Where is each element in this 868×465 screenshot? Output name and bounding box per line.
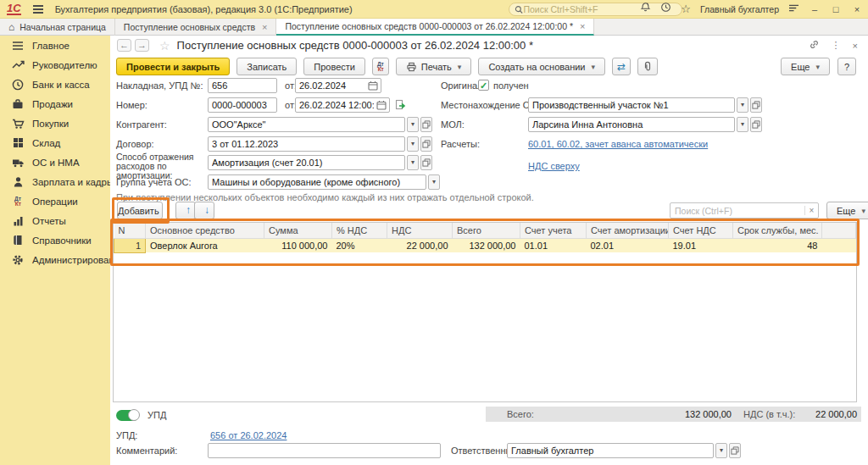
- sidebar-item-manager[interactable]: Руководителю: [0, 55, 110, 75]
- window-close-button[interactable]: ×: [851, 4, 863, 14]
- total-label: Всего:: [507, 407, 534, 422]
- total-value: 132 000,00: [621, 407, 732, 422]
- tab-receipt-document[interactable]: Поступление основных средств 0000-000003…: [276, 19, 594, 36]
- table-search-input[interactable]: [670, 206, 804, 216]
- main-menu-icon[interactable]: [33, 3, 43, 15]
- edo-exchange-icon[interactable]: ⇄: [612, 58, 631, 75]
- upd-label: УПД:: [116, 428, 137, 443]
- tab-close-icon[interactable]: ×: [580, 21, 585, 31]
- dt-kt-postings-button[interactable]: ДтКт: [372, 58, 389, 75]
- responsible-input[interactable]: [507, 443, 714, 458]
- favorite-star-icon[interactable]: ☆: [159, 39, 170, 53]
- attachments-paperclip-icon[interactable]: [637, 58, 658, 75]
- chevron-down-icon[interactable]: ▾: [737, 97, 748, 113]
- original-checkbox[interactable]: ✓: [478, 80, 489, 91]
- tab-close-icon[interactable]: ×: [262, 22, 267, 32]
- gear-icon: [11, 253, 25, 266]
- table-more-button[interactable]: Еще▾: [826, 202, 868, 219]
- invoice-number-input[interactable]: [208, 78, 277, 93]
- open-item-icon[interactable]: [420, 155, 432, 170]
- clear-search-icon[interactable]: ×: [804, 206, 818, 215]
- sidebar-item-bank-cash[interactable]: Банк и касса: [0, 75, 110, 94]
- table-row[interactable]: 1 Оверлок Aurora 110 000,00 20% 22 000,0…: [114, 238, 856, 252]
- settlements-link[interactable]: 60.01, 60.02, зачет аванса автоматически: [528, 136, 708, 152]
- mol-input[interactable]: [528, 117, 735, 132]
- location-input[interactable]: [528, 97, 735, 113]
- move-row-up-button[interactable]: ↑: [175, 202, 196, 219]
- tab-home-label: Начальная страница: [19, 22, 106, 32]
- shopping-cart-icon: [11, 117, 25, 130]
- form-more-button[interactable]: Еще▾: [781, 58, 830, 75]
- open-item-icon[interactable]: [729, 443, 741, 458]
- get-link-icon[interactable]: [809, 39, 820, 52]
- 1c-logo: 1С: [7, 3, 21, 15]
- chevron-down-icon[interactable]: ▾: [428, 174, 440, 190]
- contract-input[interactable]: [208, 136, 405, 152]
- notifications-bell-icon[interactable]: [640, 0, 651, 19]
- document-title: Поступление основных средств 0000-000003…: [177, 39, 533, 52]
- current-user[interactable]: Главный бухгалтер: [700, 4, 779, 14]
- sidebar-item-warehouse[interactable]: Склад: [0, 133, 110, 152]
- chevron-down-icon[interactable]: ▾: [715, 443, 727, 458]
- chevron-down-icon[interactable]: ▾: [407, 136, 419, 152]
- more-dots-icon[interactable]: ⋮: [832, 40, 841, 51]
- window-title: Бухгалтерия предприятия (базовая), редак…: [55, 4, 353, 14]
- sidebar-item-sales[interactable]: Продажи: [0, 94, 110, 113]
- sidebar-item-administration[interactable]: Администрирование: [0, 250, 110, 269]
- chevron-down-icon[interactable]: ▾: [737, 117, 748, 132]
- settlements-label: Расчеты:: [441, 136, 480, 152]
- window-maximize-button[interactable]: □: [830, 4, 842, 14]
- nav-back-button[interactable]: ←: [117, 39, 131, 52]
- calendar-icon[interactable]: [368, 80, 378, 92]
- chevron-down-icon[interactable]: ▾: [407, 155, 419, 170]
- counterparty-input[interactable]: [208, 117, 405, 132]
- table-header-row: N Основное средство Сумма % НДС НДС Всег…: [114, 223, 856, 238]
- upd-document-link[interactable]: 656 от 26.02.2024: [210, 428, 287, 443]
- tab-home[interactable]: ⌂ Начальная страница: [0, 19, 115, 36]
- open-item-icon[interactable]: [420, 117, 432, 132]
- print-button[interactable]: Печать▾: [396, 58, 472, 75]
- tab-receipt-list[interactable]: Поступление основных средств ×: [115, 19, 277, 36]
- menu-lines-icon: [11, 39, 25, 52]
- sidebar-item-payroll-hr[interactable]: Зарплата и кадры: [0, 172, 110, 191]
- upd-toggle[interactable]: [116, 409, 140, 421]
- sidebar-item-reports[interactable]: Отчеты: [0, 211, 110, 230]
- sidebar-item-main[interactable]: Главное: [0, 36, 110, 55]
- totals-bar: Всего: 132 000,00 НДС (в т.ч.): 22 000,0…: [486, 407, 861, 422]
- os-group-input[interactable]: [208, 174, 426, 190]
- window-minimize-button[interactable]: –: [809, 4, 821, 14]
- home-icon: ⌂: [8, 21, 14, 33]
- save-button[interactable]: Записать: [236, 58, 297, 75]
- clock-coin-icon: [11, 78, 25, 91]
- nav-forward-button[interactable]: →: [135, 39, 149, 52]
- set-time-fill-icon[interactable]: [395, 99, 407, 113]
- open-item-icon[interactable]: [750, 97, 762, 113]
- os-group-label: Группа учета ОС:: [116, 174, 192, 190]
- number-input[interactable]: [208, 97, 277, 113]
- sidebar-item-purchases[interactable]: Покупки: [0, 113, 110, 133]
- chevron-down-icon[interactable]: ▾: [407, 117, 419, 132]
- service-settings-icon[interactable]: [788, 0, 799, 19]
- vat-mode-link[interactable]: НДС сверху: [528, 158, 580, 174]
- favorites-star-icon[interactable]: ☆: [681, 0, 691, 19]
- post-button[interactable]: Провести: [303, 58, 365, 75]
- add-row-button[interactable]: Добавить: [117, 202, 163, 219]
- truck-icon: [11, 156, 25, 169]
- sidebar-item-operations[interactable]: ДтКт Операции: [0, 191, 110, 211]
- form-close-icon[interactable]: ×: [853, 41, 858, 51]
- sidebar-item-fixed-assets[interactable]: ОС и НМА: [0, 152, 110, 172]
- open-item-icon[interactable]: [750, 117, 762, 132]
- open-windows-tabbar: ⌂ Начальная страница Поступление основны…: [0, 19, 868, 36]
- depreciation-method-input[interactable]: [208, 155, 405, 170]
- comment-input[interactable]: [208, 443, 441, 458]
- mol-label: МОЛ:: [441, 117, 465, 132]
- calendar-icon[interactable]: [376, 100, 387, 112]
- sidebar-item-directories[interactable]: Справочники: [0, 230, 110, 250]
- open-item-icon[interactable]: [420, 136, 432, 152]
- create-on-basis-button[interactable]: Создать на основании▾: [478, 58, 605, 75]
- table-search[interactable]: ×: [670, 202, 819, 219]
- help-button[interactable]: ?: [837, 58, 856, 75]
- move-row-down-button[interactable]: ↓: [194, 202, 214, 219]
- post-and-close-button[interactable]: Провести и закрыть: [116, 58, 230, 75]
- history-icon[interactable]: [660, 0, 671, 19]
